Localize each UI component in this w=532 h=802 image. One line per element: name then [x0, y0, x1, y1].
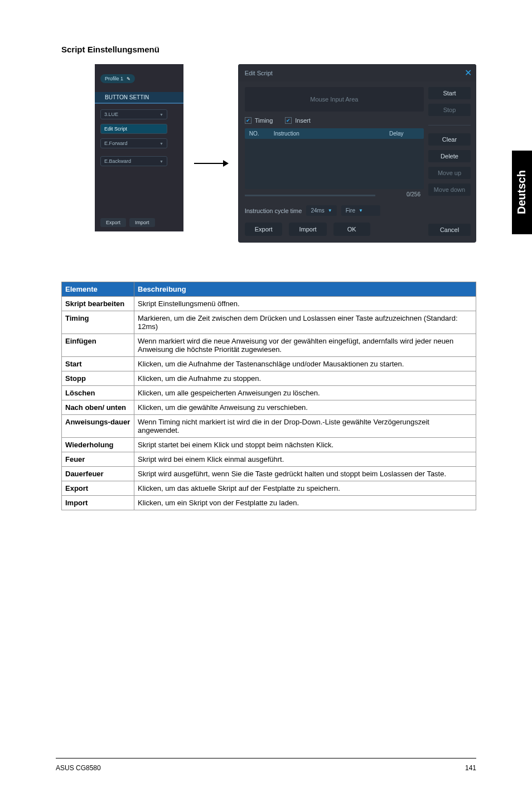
mode-dropdown[interactable]: Fire ▼ [341, 205, 380, 216]
dropdown-0[interactable]: 3.LUE▼ [100, 109, 167, 119]
dropdown-1-label: Edit Script [104, 126, 127, 132]
table-row: DauerfeuerSkript wird ausgeführt, wenn S… [62, 467, 476, 481]
chevron-down-icon: ▼ [159, 142, 163, 146]
import-button[interactable]: Import [289, 223, 326, 236]
th-beschreibung: Beschreibung [134, 282, 476, 297]
dropdown-3-label: E.Backward [104, 158, 131, 164]
section-tab-label: BUTTON SETTIN [105, 94, 149, 100]
export-button[interactable]: Export [245, 223, 283, 236]
col-delay: Delay [385, 128, 424, 139]
val: Markieren, um die Zeit zwischen dem Drüc… [134, 311, 476, 334]
instruction-counter: 0/256 [403, 189, 424, 202]
instruction-grid-body[interactable] [245, 139, 424, 189]
dropdown-3[interactable]: E.Backward▼ [100, 156, 167, 166]
val: Skript wird bei einem Klick einmal ausge… [134, 452, 476, 467]
dropdown-1[interactable]: Edit Script [100, 124, 167, 134]
timing-checkbox[interactable]: ✔ [245, 117, 252, 124]
table-row: TimingMarkieren, um die Zeit zwischen de… [62, 311, 476, 334]
progress-line [245, 195, 375, 196]
edit-icon: ✎ [127, 76, 130, 81]
clear-button[interactable]: Clear [428, 133, 471, 146]
panel-export-button[interactable]: Export [100, 218, 126, 227]
table-row: EinfügenWenn markiert wird die neue Anwe… [62, 334, 476, 357]
titlebar: Edit Script ✕ [238, 64, 476, 81]
mouse-input-area[interactable]: Mouse Input Area [245, 87, 424, 112]
chevron-down-icon: ▼ [159, 113, 163, 117]
table-row: Anweisungs-dauerWenn Timing nicht markie… [62, 415, 476, 438]
table-row: ImportKlicken, um ein Skript von der Fes… [62, 496, 476, 510]
section-title: Script Einstellungsmenü [61, 45, 476, 54]
dropdown-2-label: E.Forward [104, 141, 128, 146]
key: Löschen [62, 386, 134, 400]
val: Klicken, um die Aufnahme der Tastenansch… [134, 357, 476, 371]
ok-button[interactable]: OK [333, 223, 370, 236]
key: Skript bearbeiten [62, 297, 134, 311]
val: Skript wird ausgeführt, wenn Sie die Tas… [134, 467, 476, 481]
val: Klicken, um die Aufnahme zu stoppen. [134, 371, 476, 386]
move-up-button[interactable]: Move up [428, 167, 471, 179]
dropdown-2[interactable]: E.Forward▼ [100, 138, 167, 148]
table-row: Nach oben/ untenKlicken, um die gewählte… [62, 400, 476, 415]
language-tab: Deutsch [512, 151, 532, 234]
table-row: ExportKlicken, um das aktuelle Skript au… [62, 481, 476, 496]
cycle-time-dropdown[interactable]: 24ms ▼ [306, 205, 336, 216]
table-row: WiederholungSkript startet bei einem Kli… [62, 438, 476, 452]
key: Feuer [62, 452, 134, 467]
divider [428, 125, 471, 125]
insert-checkbox[interactable]: ✔ [285, 117, 292, 124]
val: Klicken, um alle gespeicherten Anweisung… [134, 386, 476, 400]
table-row: FeuerSkript wird bei einem Klick einmal … [62, 452, 476, 467]
insert-label: Insert [295, 117, 311, 124]
cycle-time-value: 24ms [311, 207, 324, 214]
stop-button[interactable]: Stop [428, 104, 471, 116]
val: Klicken, um die gewählte Anweisung zu ve… [134, 400, 476, 415]
col-no: NO. [245, 128, 269, 139]
arrow-icon [194, 163, 228, 164]
val: Wenn markiert wird die neue Anweisung vo… [134, 334, 476, 357]
val: Wenn Timing nicht markiert ist wird die … [134, 415, 476, 438]
chevron-down-icon: ▼ [359, 208, 363, 213]
start-button[interactable]: Start [428, 87, 471, 99]
val: Klicken, um ein Skript von der Festplatt… [134, 496, 476, 510]
cycle-time-label: Instruction cycle time [245, 207, 302, 214]
dropdown-0-label: 3.LUE [104, 112, 118, 117]
key: Stopp [62, 371, 134, 386]
table-row: StoppKlicken, um die Aufnahme zu stoppen… [62, 371, 476, 386]
table-row: StartKlicken, um die Aufnahme der Tasten… [62, 357, 476, 371]
key: Start [62, 357, 134, 371]
key: Nach oben/ unten [62, 400, 134, 415]
profile-pill[interactable]: Profile 1 ✎ [100, 74, 135, 83]
footer-rule [56, 758, 476, 758]
key: Anweisungs-dauer [62, 415, 134, 438]
profile-label: Profile 1 [105, 76, 123, 81]
panel-import-button[interactable]: Import [129, 218, 155, 227]
key: Wiederholung [62, 438, 134, 452]
move-down-button[interactable]: Move down [428, 183, 471, 196]
window-title: Edit Script [245, 70, 273, 76]
table-row: Skript bearbeitenSkript Einstellungsmenü… [62, 297, 476, 311]
chevron-down-icon: ▼ [328, 208, 332, 213]
timing-label: Timing [255, 117, 273, 124]
col-instruction: Instruction [269, 128, 385, 139]
key: Import [62, 496, 134, 510]
val: Skript Einstellungsmenü öffnen. [134, 297, 476, 311]
figure-row: Profile 1 ✎ BUTTON SETTIN 3.LUE▼ Edit Sc… [95, 64, 476, 243]
footer-product: ASUS CG8580 [56, 764, 101, 772]
key: Export [62, 481, 134, 496]
cancel-button[interactable]: Cancel [428, 224, 471, 236]
description-table: Elemente Beschreibung Skript bearbeitenS… [61, 282, 476, 510]
key: Einfügen [62, 334, 134, 357]
arrow-col [191, 64, 230, 231]
close-icon[interactable]: ✕ [465, 67, 472, 78]
edit-script-window: Edit Script ✕ Mouse Input Area ✔ Timing … [238, 64, 476, 243]
val: Klicken, um das aktuelle Skript auf der … [134, 481, 476, 496]
mode-value: Fire [346, 207, 355, 214]
settings-panel: Profile 1 ✎ BUTTON SETTIN 3.LUE▼ Edit Sc… [95, 64, 183, 231]
key: Dauerfeuer [62, 467, 134, 481]
table-row: LöschenKlicken, um alle gespeicherten An… [62, 386, 476, 400]
val: Skript startet bei einem Klick und stopp… [134, 438, 476, 452]
th-elemente: Elemente [62, 282, 134, 297]
delete-button[interactable]: Delete [428, 150, 471, 162]
instruction-grid-header: NO. Instruction Delay [245, 128, 424, 139]
footer-page-number: 141 [465, 764, 476, 772]
